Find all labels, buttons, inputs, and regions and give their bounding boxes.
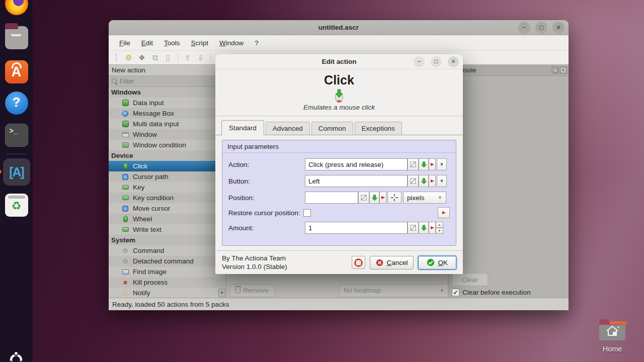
action-item-wheel[interactable]: Wheel — [109, 214, 226, 224]
action-item-key-condition[interactable]: Key condition — [109, 193, 226, 203]
action-item-command[interactable]: Command — [109, 245, 226, 256]
editor-button[interactable] — [358, 192, 369, 204]
position-picker-button[interactable] — [387, 192, 401, 204]
mouse-click-icon — [333, 89, 346, 103]
amount-value-input[interactable]: 1 — [305, 222, 408, 234]
actiona-dock-item[interactable]: [A] — [3, 158, 30, 186]
cancel-button[interactable]: Cancel — [370, 256, 414, 269]
close-button[interactable] — [552, 22, 565, 34]
menu-edit[interactable]: Edit — [137, 37, 157, 49]
command-icon — [122, 247, 129, 254]
action-item-cursor-path[interactable]: Cursor path — [109, 171, 226, 182]
ubuntu-software-icon[interactable]: A — [5, 60, 28, 83]
menu-help[interactable]: ? — [250, 37, 263, 49]
flag-button[interactable] — [429, 175, 436, 187]
position-value-input[interactable] — [305, 192, 358, 204]
dialog-maximize-button[interactable] — [431, 56, 442, 67]
terminal-icon[interactable] — [5, 124, 28, 147]
menu-tools[interactable]: Tools — [159, 37, 185, 49]
flag-button[interactable] — [379, 192, 386, 204]
clear-before-execution-checkbox[interactable] — [452, 289, 459, 296]
ok-icon — [427, 258, 435, 266]
menu-script[interactable]: Script — [187, 37, 213, 49]
action-dropdown-arrow[interactable]: ▼ — [437, 158, 447, 170]
action-item-write-text[interactable]: Write text — [109, 224, 226, 235]
button-label: Button: — [228, 177, 305, 185]
flag-button[interactable] — [438, 207, 450, 218]
action-item-data-input[interactable]: Data input — [109, 98, 226, 108]
home-shortcut[interactable]: Home — [597, 318, 628, 353]
console-float-button[interactable] — [552, 67, 558, 73]
menu-file[interactable]: File — [115, 37, 135, 49]
click-icon — [122, 163, 129, 170]
action-item-move-cursor[interactable]: Move cursor — [109, 203, 226, 214]
dialog-titlebar[interactable]: Edit action — [215, 54, 463, 69]
editor-button[interactable] — [408, 158, 419, 170]
trash-icon[interactable] — [5, 194, 28, 217]
main-titlebar[interactable]: untitled.ascr — [109, 20, 569, 35]
dialog-footer: By The Actiona Team Version 1.0.0 (Stabl… — [215, 250, 463, 274]
insert-variable-button[interactable] — [419, 158, 429, 170]
tab-exceptions[interactable]: Exceptions — [355, 122, 402, 135]
action-item-key[interactable]: Key — [109, 182, 226, 193]
action-item-detached-command[interactable]: Detached command — [109, 256, 226, 266]
key-condition-icon — [122, 195, 129, 202]
button-dropdown-arrow[interactable]: ▼ — [437, 175, 447, 187]
action-item-find-image[interactable]: Find image — [109, 266, 226, 277]
editor-button[interactable] — [408, 222, 419, 234]
action-item-kill-process[interactable]: Kill process — [109, 277, 226, 288]
console-close-button[interactable] — [560, 67, 567, 73]
sidebar-scroll-down-button[interactable]: ▼ — [218, 289, 225, 297]
button-field-row: Button: Left ▼ — [228, 175, 450, 187]
flag-button[interactable] — [429, 222, 436, 234]
spin-up-button[interactable]: ▲ — [436, 222, 443, 228]
toolbar-separator — [210, 53, 211, 62]
maximize-button[interactable] — [535, 22, 547, 34]
copy-button[interactable]: ⧉ — [150, 53, 160, 63]
category-system: System — [109, 235, 226, 245]
move-up-button[interactable]: ⇧ — [183, 53, 193, 63]
action-item-window[interactable]: Window — [109, 129, 226, 140]
tab-common[interactable]: Common — [311, 122, 353, 135]
dialog-minimize-button[interactable] — [414, 56, 425, 67]
button-value-input[interactable]: Left — [305, 175, 408, 187]
editor-button[interactable] — [408, 175, 419, 187]
remove-button[interactable]: Remove — [229, 284, 275, 297]
action-value-input[interactable]: Click (press and release) — [305, 158, 408, 170]
delete-button[interactable]: ▯ — [163, 53, 173, 63]
menu-window[interactable]: Window — [215, 37, 248, 49]
action-item-click[interactable]: Click — [109, 161, 226, 171]
move-down-button[interactable]: ⇩ — [196, 53, 206, 63]
tab-standard[interactable]: Standard — [221, 120, 264, 135]
unit-select[interactable]: pixels ▼ — [403, 192, 446, 204]
restore-cursor-checkbox[interactable] — [303, 209, 311, 217]
action-item-notify[interactable]: Notify — [109, 288, 226, 298]
new-script-button[interactable]: ⚙ — [124, 53, 134, 63]
spin-down-button[interactable]: ▼ — [436, 228, 443, 234]
help-button[interactable] — [352, 256, 365, 269]
minimize-button[interactable] — [518, 22, 530, 34]
flag-button[interactable] — [429, 158, 436, 170]
ok-button[interactable]: OK — [418, 256, 456, 269]
heatmap-select[interactable]: No heatmap ▼ — [339, 284, 449, 297]
action-item-multi-data-input[interactable]: Multi data input — [109, 119, 226, 129]
action-item-window-condition[interactable]: Window condition — [109, 140, 226, 150]
insert-variable-button[interactable] — [419, 222, 429, 234]
action-item-message-box[interactable]: Message Box — [109, 108, 226, 119]
toolbar-handle[interactable] — [116, 53, 118, 62]
firefox-icon[interactable] — [5, 0, 28, 15]
tab-advanced[interactable]: Advanced — [266, 122, 310, 135]
group-title: Input parameters — [222, 140, 456, 153]
filter-input[interactable] — [120, 77, 224, 85]
clear-console-button[interactable]: Clear — [452, 273, 488, 286]
help-icon[interactable] — [5, 92, 28, 115]
dialog-close-button[interactable] — [448, 56, 459, 67]
files-icon[interactable] — [5, 26, 28, 49]
search-icon — [112, 78, 118, 84]
insert-variable-button[interactable] — [369, 192, 379, 204]
insert-variable-button[interactable] — [419, 175, 429, 187]
save-button[interactable]: ❖ — [137, 53, 147, 63]
input-parameters-group: Input parameters Action: Click (press an… — [222, 140, 456, 246]
credit-version: Version 1.0.0 (Stable) — [222, 262, 287, 271]
credits: By The Actiona Team Version 1.0.0 (Stabl… — [222, 254, 287, 271]
